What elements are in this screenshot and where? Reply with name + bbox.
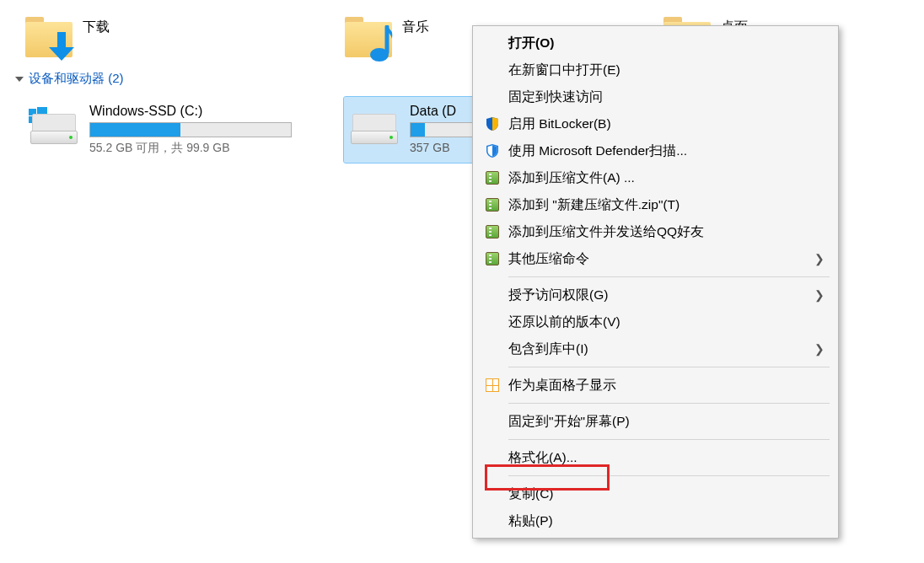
ctx-label: 其他压缩命令	[508, 250, 589, 268]
submenu-arrow-icon: ❯	[814, 342, 825, 356]
archive-icon	[483, 225, 502, 239]
ctx-label: 固定到"开始"屏幕(P)	[508, 413, 630, 431]
drive-usage-fill	[90, 123, 180, 137]
section-label: 设备和驱动器 (2)	[29, 71, 124, 87]
ctx-label: 复制(C)	[508, 485, 554, 503]
ctx-open-new-window[interactable]: 在新窗口中打开(E)	[475, 56, 836, 83]
ctx-restore-previous-versions[interactable]: 还原以前的版本(V)	[475, 308, 836, 335]
ctx-separator	[508, 367, 830, 367]
ctx-copy[interactable]: 复制(C)	[475, 480, 836, 507]
archive-icon	[483, 198, 502, 212]
ctx-include-in-library[interactable]: 包含到库中(I) ❯	[475, 335, 836, 362]
ctx-label: 启用 BitLocker(B)	[508, 115, 611, 133]
ctx-pin-quick-access[interactable]: 固定到快速访问	[475, 83, 836, 110]
ctx-enable-bitlocker[interactable]: 启用 BitLocker(B)	[475, 110, 836, 137]
caret-down-icon	[15, 77, 24, 82]
ctx-add-to-named-zip[interactable]: 添加到 "新建压缩文件.zip"(T)	[475, 191, 836, 218]
ctx-label: 授予访问权限(G)	[508, 287, 608, 304]
folder-label: 音乐	[402, 17, 429, 36]
ctx-label: 添加到压缩文件并发送给QQ好友	[508, 223, 704, 241]
context-menu: 打开(O) 在新窗口中打开(E) 固定到快速访问 启用 BitLocker(B)…	[472, 25, 839, 539]
drive-usage-bar	[410, 122, 477, 137]
ctx-label: 包含到库中(I)	[508, 340, 588, 358]
ctx-separator	[508, 276, 830, 277]
grid-icon	[483, 378, 502, 392]
submenu-arrow-icon: ❯	[814, 288, 825, 302]
svg-point-0	[370, 48, 389, 62]
archive-icon	[483, 252, 502, 265]
drive-usage-fill	[411, 123, 425, 137]
ctx-label: 作为桌面格子显示	[508, 377, 616, 394]
drive-usage-bar	[89, 122, 292, 137]
ctx-label: 格式化(A)...	[508, 449, 578, 467]
ctx-label: 还原以前的版本(V)	[508, 314, 620, 331]
ctx-separator	[508, 475, 830, 476]
ctx-format[interactable]: 格式化(A)...	[475, 444, 836, 471]
ctx-label: 在新窗口中打开(E)	[508, 62, 620, 79]
folder-downloads[interactable]: 下载	[25, 17, 345, 57]
music-folder-icon	[345, 17, 392, 57]
ctx-label: 添加到压缩文件(A) ...	[508, 169, 635, 187]
ctx-show-as-desktop-grid[interactable]: 作为桌面格子显示	[475, 372, 836, 399]
downloads-folder-icon	[25, 17, 73, 57]
ctx-pin-to-start[interactable]: 固定到"开始"屏幕(P)	[475, 408, 836, 435]
ctx-other-compress-commands[interactable]: 其他压缩命令 ❯	[475, 245, 836, 272]
ctx-label: 粘贴(P)	[508, 512, 553, 530]
drive-name: Windows-SSD (C:)	[89, 104, 337, 119]
drive-stats: 55.2 GB 可用，共 99.9 GB	[89, 141, 337, 156]
ctx-paste[interactable]: 粘贴(P)	[475, 507, 836, 534]
ctx-separator	[508, 439, 830, 440]
folder-label: 下载	[83, 17, 110, 36]
defender-shield-icon	[483, 143, 502, 158]
ctx-add-archive-send-qq[interactable]: 添加到压缩文件并发送给QQ好友	[475, 218, 836, 245]
ctx-defender-scan[interactable]: 使用 Microsoft Defender扫描...	[475, 137, 836, 164]
ctx-open[interactable]: 打开(O)	[475, 29, 836, 56]
ctx-add-to-archive[interactable]: 添加到压缩文件(A) ...	[475, 164, 836, 191]
ctx-separator	[508, 403, 830, 404]
drive-icon	[351, 107, 398, 147]
ctx-label: 添加到 "新建压缩文件.zip"(T)	[508, 196, 680, 214]
drive-c[interactable]: Windows-SSD (C:) 55.2 GB 可用，共 99.9 GB	[24, 97, 344, 163]
drive-icon	[30, 107, 78, 147]
archive-icon	[483, 171, 502, 185]
ctx-grant-access[interactable]: 授予访问权限(G) ❯	[475, 282, 836, 308]
submenu-arrow-icon: ❯	[814, 252, 825, 265]
shield-icon	[483, 116, 502, 131]
ctx-label: 打开(O)	[508, 35, 554, 52]
ctx-label: 使用 Microsoft Defender扫描...	[508, 142, 687, 160]
ctx-label: 固定到快速访问	[508, 88, 603, 106]
